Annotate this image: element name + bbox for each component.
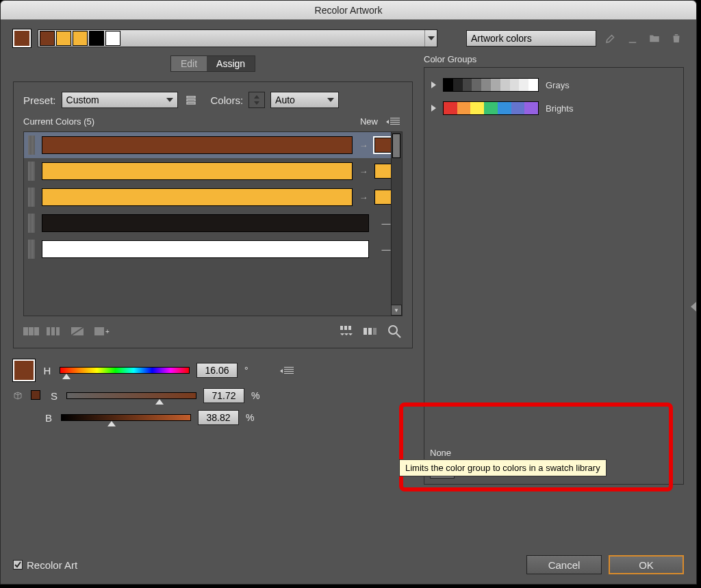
sat-unit: % [251,390,261,401]
palette-chip[interactable] [73,31,88,46]
exclude-colors-icon[interactable] [70,324,86,338]
drag-handle-icon[interactable] [28,188,35,207]
bri-unit: % [246,412,255,423]
cube-icon[interactable] [13,391,23,400]
disclosure-triangle-icon[interactable] [431,81,436,88]
color-group-name-field[interactable]: Artwork colors [466,30,596,47]
assign-arrow-icon[interactable]: → [358,192,369,203]
palette-chip[interactable] [56,31,71,46]
eyedropper-icon[interactable] [603,31,618,46]
save-group-icon[interactable] [625,31,640,46]
current-color-bar[interactable] [42,188,353,206]
bri-slider[interactable] [61,414,191,421]
folder-icon[interactable] [647,31,662,46]
hue-label: H [42,365,53,376]
color-row[interactable]: — [24,236,402,262]
color-row[interactable]: → [24,132,402,158]
color-group-row[interactable]: Grays [431,73,676,97]
tab-assign[interactable]: Assign [207,55,255,72]
svg-rect-7 [51,327,55,335]
sat-slider[interactable] [66,392,196,399]
palette-chip[interactable] [105,31,120,46]
out-of-gamut-swatch[interactable] [31,390,40,400]
drag-handle-icon[interactable] [28,240,35,259]
sat-value-field[interactable]: 71.72 [203,388,244,403]
svg-rect-13 [340,326,343,330]
merge-colors-icon[interactable] [23,324,40,338]
slider-options-icon[interactable] [281,363,296,378]
svg-rect-3 [23,327,28,335]
assign-panel: Preset: Custom Colors: Auto [13,81,413,348]
current-color-bar[interactable] [42,162,353,180]
recolor-artwork-dialog: Recolor Artwork Artwork colors [0,0,697,585]
current-color-bar[interactable] [42,214,369,232]
group-name: Grays [546,80,570,90]
bri-label: B [43,412,54,424]
svg-rect-16 [364,328,367,335]
palette-strip[interactable] [38,29,437,47]
colors-count-stepper[interactable] [248,92,265,108]
color-row[interactable]: — [24,210,402,236]
slider-thumb[interactable] [155,399,164,405]
new-row-icon[interactable]: + [93,324,110,338]
collapse-panel-icon[interactable] [691,302,696,311]
group-name: Brights [546,103,573,114]
assign-arrow-icon[interactable]: → [358,166,369,177]
drag-handle-icon[interactable] [28,214,35,233]
active-color-swatch[interactable] [13,29,31,47]
palette-chip[interactable] [89,31,104,46]
ok-button[interactable]: OK [609,555,684,574]
window-title: Recolor Artwork [315,5,383,16]
color-row[interactable]: → [24,158,402,184]
sat-label: S [49,390,60,402]
svg-rect-8 [56,327,60,335]
hue-unit: ° [244,365,254,376]
scroll-thumb[interactable] [392,133,400,158]
current-color-bar[interactable] [42,136,353,154]
assign-arrow-icon[interactable]: → [358,140,369,151]
slider-thumb[interactable] [107,421,116,426]
hsb-sliders: H 16.06 ° S 71.72 [13,359,413,425]
tooltip: Limits the color group to colors in a sw… [399,459,607,476]
tab-edit[interactable]: Edit [170,55,207,72]
color-row[interactable]: → [24,184,402,210]
scrollbar[interactable]: ▼ [391,132,402,316]
color-groups-label: Color Groups [424,54,684,64]
svg-text:+: + [105,328,110,335]
cancel-button[interactable]: Cancel [526,555,602,574]
palette-dropdown[interactable] [424,30,437,47]
new-colors-header: New [360,116,378,127]
scroll-down-button[interactable]: ▼ [391,305,402,316]
group-preview [443,101,539,115]
randomize-order-icon[interactable] [340,324,356,338]
preset-options-icon[interactable] [183,92,199,107]
list-options-icon[interactable] [387,114,403,129]
hue-value-field[interactable]: 16.06 [196,363,238,378]
group-preview [443,78,539,92]
current-color-bar[interactable] [42,240,369,258]
color-group-row[interactable]: Brights [431,97,676,120]
drag-handle-icon[interactable] [28,162,35,181]
drag-handle-icon[interactable] [28,136,35,155]
slider-thumb[interactable] [62,374,71,379]
recolor-art-checkbox[interactable] [13,560,23,570]
trash-icon[interactable] [669,31,684,46]
svg-rect-11 [94,327,104,335]
hue-slider[interactable] [60,367,190,374]
svg-rect-5 [34,327,39,335]
colors-mode-select[interactable]: Auto [270,92,339,108]
randomize-sat-icon[interactable] [363,324,379,338]
bri-value-field[interactable]: 38.82 [198,410,239,425]
svg-rect-4 [29,327,34,335]
svg-point-19 [389,326,397,334]
preset-label: Preset: [23,94,56,106]
preset-select[interactable]: Custom [62,92,178,108]
hsb-color-swatch[interactable] [13,359,35,381]
find-in-artwork-icon[interactable] [386,324,403,338]
svg-rect-15 [348,326,351,330]
palette-chip[interactable] [40,31,55,46]
disclosure-triangle-icon[interactable] [431,105,436,112]
separate-colors-icon[interactable] [47,324,63,338]
svg-rect-18 [373,328,377,335]
svg-rect-17 [368,328,372,335]
